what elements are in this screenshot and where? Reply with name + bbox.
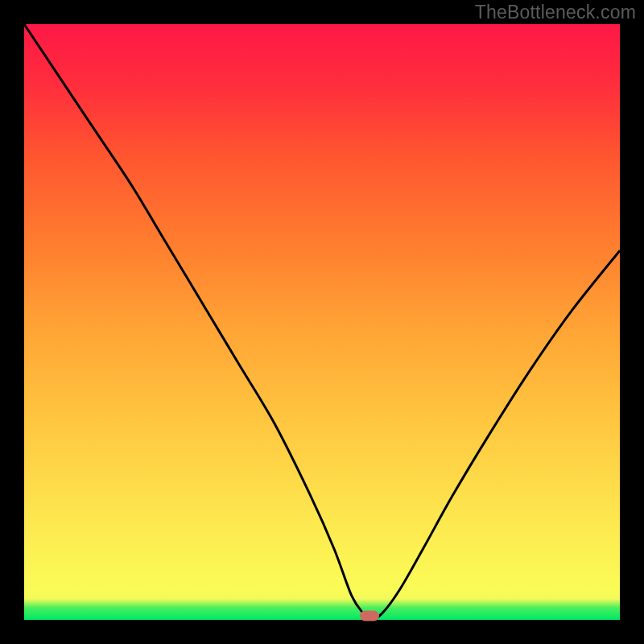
- bottleneck-curve: [24, 24, 620, 620]
- min-marker: [360, 611, 379, 621]
- watermark-text: TheBottleneck.com: [475, 2, 636, 23]
- chart-frame: TheBottleneck.com: [0, 0, 644, 644]
- curve-svg: [24, 24, 620, 620]
- plot-area: [24, 24, 620, 620]
